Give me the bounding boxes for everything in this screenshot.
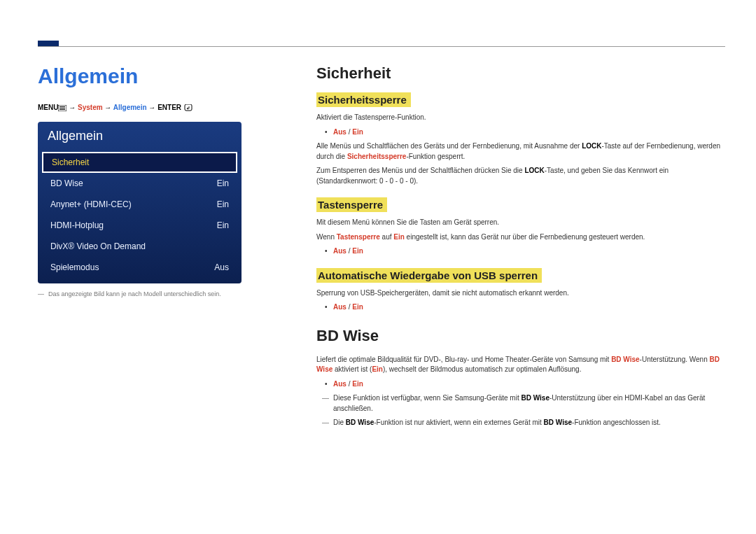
opt-ein: Ein xyxy=(352,303,363,311)
bc-arrow: → xyxy=(103,104,113,111)
left-column: Allgemein MENU → System → Allgemein → EN… xyxy=(38,64,290,433)
menu-item-anynet[interactable]: Anynet+ (HDMI-CEC) Ein xyxy=(38,194,241,215)
footnote-dash-icon: ― xyxy=(38,290,44,297)
menu-panel: Allgemein Sicherheit BD Wise Ein Anynet+… xyxy=(38,122,241,283)
opt-ein: Ein xyxy=(352,128,363,136)
heading-sicherheit: Sicherheit xyxy=(316,64,725,83)
opt-ein: Ein xyxy=(352,380,363,388)
bc-allgemein: Allgemein xyxy=(113,104,147,111)
body-text: Alle Menüs und Schaltflächen des Geräts … xyxy=(316,141,725,162)
opt-slash: / xyxy=(346,380,352,388)
menu-panel-header: Allgemein xyxy=(38,122,241,152)
menu-item-label: Spielemodus xyxy=(50,262,99,272)
menu-item-hdmi-hotplug[interactable]: HDMI-Hotplug Ein xyxy=(38,215,241,236)
body-text: Wenn Tastensperre auf Ein eingestellt is… xyxy=(316,232,725,243)
menu-item-label: BD Wise xyxy=(50,178,83,188)
option-list: Aus / Ein xyxy=(316,379,725,390)
menu-item-sicherheit[interactable]: Sicherheit xyxy=(42,152,237,173)
opt-slash: / xyxy=(346,303,352,311)
menu-item-bdwise[interactable]: BD Wise Ein xyxy=(38,173,241,194)
opt-aus: Aus xyxy=(333,247,346,255)
bc-arrow: → xyxy=(147,104,158,111)
svg-rect-4 xyxy=(185,104,192,111)
opt-aus: Aus xyxy=(333,380,346,388)
footnote-text: Diese Funktion ist verfügbar, wenn Sie S… xyxy=(316,393,725,414)
body-text: Liefert die optimale Bildqualität für DV… xyxy=(316,355,725,375)
footnote-text: Das angezeigte Bild kann je nach Modell … xyxy=(48,290,221,297)
menu-item-label: Anynet+ (HDMI-CEC) xyxy=(50,199,132,209)
bc-system: System xyxy=(78,104,103,111)
bc-enter: ENTER xyxy=(158,104,181,111)
opt-aus: Aus xyxy=(333,303,346,311)
footnote-text: Die BD Wise-Funktion ist nur aktiviert, … xyxy=(316,418,725,428)
body-text: Aktiviert die Tastensperre-Funktion. xyxy=(316,113,725,123)
left-footnote: ― Das angezeigte Bild kann je nach Model… xyxy=(38,290,290,297)
option-list: Aus / Ein xyxy=(316,302,725,313)
body-text: Zum Entsperren des Menüs und der Schaltf… xyxy=(316,166,725,186)
opt-slash: / xyxy=(346,247,352,255)
subheading-sicherheitssperre: Sicherheitssperre xyxy=(316,92,411,107)
right-column: Sicherheit Sicherheitssperre Aktiviert d… xyxy=(290,64,725,433)
opt-slash: / xyxy=(346,128,352,136)
body-text: Sperrung von USB-Speichergeräten, damit … xyxy=(316,288,725,299)
menu-icon xyxy=(58,105,66,111)
bc-menu: MENU xyxy=(38,104,58,111)
breadcrumb: MENU → System → Allgemein → ENTER xyxy=(38,104,290,111)
menu-item-value: Aus xyxy=(214,262,229,272)
subheading-usb-sperren: Automatische Wiedergabe von USB sperren xyxy=(316,268,542,283)
heading-bdwise: BD Wise xyxy=(316,327,725,345)
page-content: Allgemein MENU → System → Allgemein → EN… xyxy=(38,64,725,433)
menu-item-value: Ein xyxy=(217,178,229,188)
menu-item-spielemodus[interactable]: Spielemodus Aus xyxy=(38,257,241,278)
menu-item-divx[interactable]: DivX® Video On Demand xyxy=(38,236,241,257)
opt-aus: Aus xyxy=(333,128,346,136)
option-list: Aus / Ein xyxy=(316,246,725,257)
opt-ein: Ein xyxy=(352,247,363,255)
menu-item-label: HDMI-Hotplug xyxy=(50,220,104,230)
header-divider xyxy=(38,46,725,47)
menu-item-value: Ein xyxy=(217,199,229,209)
menu-item-label: DivX® Video On Demand xyxy=(50,241,146,251)
subheading-tastensperre: Tastensperre xyxy=(316,197,387,212)
enter-icon xyxy=(183,104,193,111)
body-text: Mit diesem Menü können Sie die Tasten am… xyxy=(316,218,725,228)
menu-item-label: Sicherheit xyxy=(52,157,89,167)
option-list: Aus / Ein xyxy=(316,127,725,138)
menu-item-value: Ein xyxy=(217,220,229,230)
header-accent xyxy=(38,41,59,46)
page-title: Allgemein xyxy=(38,64,290,88)
bc-arrow: → xyxy=(66,104,78,111)
